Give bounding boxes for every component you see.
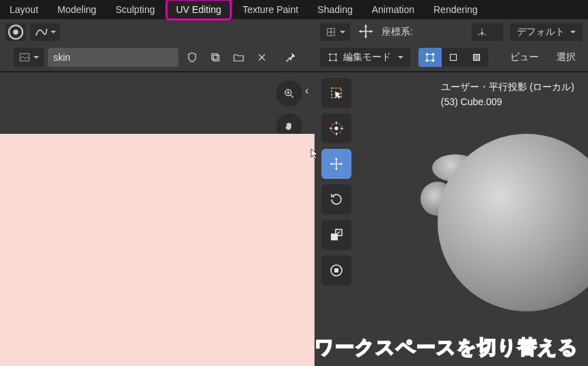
svg-rect-8 <box>330 55 336 61</box>
tool-transform[interactable] <box>321 255 351 285</box>
snap-dropdown[interactable] <box>320 23 350 41</box>
zoom-tool-icon[interactable] <box>276 81 302 107</box>
svg-point-9 <box>329 53 330 55</box>
annotation-text: ワークスペースを切り替える <box>315 335 578 361</box>
tool-move[interactable] <box>321 149 351 179</box>
svg-point-16 <box>426 59 428 61</box>
tab-uv-editing[interactable]: UV Editing <box>165 0 231 20</box>
workspace-tabbar: Layout Modeling Sculpting UV Editing Tex… <box>0 0 588 20</box>
tab-layout[interactable]: Layout <box>0 0 48 19</box>
tool-select-box[interactable] <box>321 78 351 108</box>
svg-point-15 <box>432 53 434 55</box>
unlink-x-icon[interactable] <box>252 48 271 67</box>
svg-point-14 <box>426 53 428 55</box>
tool-cursor[interactable] <box>321 113 351 143</box>
orientation-axis-icon[interactable] <box>472 23 503 41</box>
svg-point-11 <box>329 59 330 61</box>
uv-texture-canvas[interactable] <box>0 134 315 366</box>
mouse-cursor-icon <box>309 146 321 164</box>
uv-mode-dropdown[interactable] <box>30 23 60 41</box>
pin-icon[interactable] <box>281 48 300 67</box>
svg-rect-3 <box>213 55 219 61</box>
menu-view[interactable]: ビュー <box>503 51 546 64</box>
vertex-select-mode[interactable] <box>418 48 442 67</box>
toolbar-disclose-icon[interactable]: ‹ <box>305 85 315 94</box>
transform-orientation-dropdown[interactable]: デフォルト <box>510 23 583 41</box>
tab-texture-paint[interactable]: Texture Paint <box>233 0 308 19</box>
viewport-overlay-text: ユーザー・平行投影 (ローカル) (53) Cube.009 <box>441 79 574 109</box>
image-browse-dropdown[interactable] <box>14 48 44 67</box>
tab-modeling[interactable]: Modeling <box>48 0 106 19</box>
transform-gizmo-icon[interactable] <box>357 23 375 42</box>
mesh-select-mode <box>418 48 488 67</box>
interaction-mode-dropdown[interactable]: 編集モード <box>320 48 410 67</box>
duplicate-icon[interactable] <box>206 48 225 67</box>
editor-type-dropdown[interactable] <box>5 23 26 41</box>
3d-viewport[interactable]: ユーザー・平行投影 (ローカル) (53) Cube.009 <box>315 72 588 366</box>
svg-rect-4 <box>212 54 217 59</box>
tool-rotate[interactable] <box>321 184 351 214</box>
svg-rect-18 <box>451 55 457 61</box>
3d-viewport-editor: 座標系: デフォルト 編集モード ビュー 選択 ユーザー・平行投影 (ロ <box>315 20 588 366</box>
svg-point-7 <box>481 32 483 33</box>
svg-point-1 <box>13 29 18 35</box>
svg-point-10 <box>335 53 336 55</box>
uv-image-editor: ‹ <box>0 20 315 366</box>
fake-user-shield-icon[interactable] <box>183 48 202 67</box>
svg-point-22 <box>335 127 338 130</box>
open-folder-icon[interactable] <box>229 48 248 67</box>
uv-canvas-area[interactable]: ‹ <box>0 72 315 366</box>
tab-sculpting[interactable]: Sculpting <box>106 0 165 19</box>
tool-scale[interactable] <box>321 220 351 250</box>
svg-rect-19 <box>474 55 480 61</box>
svg-point-17 <box>432 59 434 61</box>
edge-select-mode[interactable] <box>442 48 465 67</box>
tab-rendering[interactable]: Rendering <box>424 0 487 19</box>
face-select-mode[interactable] <box>465 48 488 67</box>
orientation-label: 座標系: <box>382 26 413 38</box>
svg-point-12 <box>335 59 336 61</box>
svg-rect-26 <box>334 268 338 272</box>
mode-label: 編集モード <box>343 51 391 64</box>
tab-shading[interactable]: Shading <box>308 0 362 19</box>
menu-select[interactable]: 選択 <box>550 51 583 64</box>
tab-animation[interactable]: Animation <box>362 0 424 19</box>
image-name-field[interactable] <box>48 48 178 67</box>
